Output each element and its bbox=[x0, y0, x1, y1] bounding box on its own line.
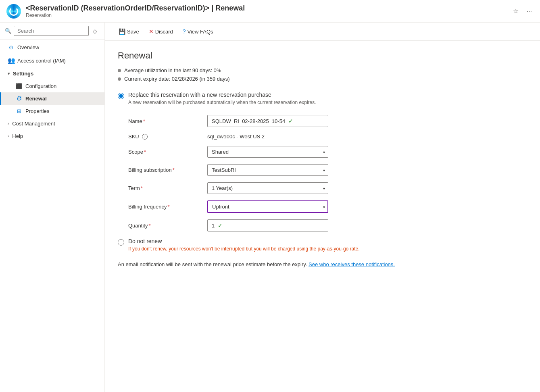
quantity-input-display[interactable]: 1 ✓ bbox=[207, 219, 328, 231]
save-icon: 💾 bbox=[119, 28, 125, 35]
sidebar-item-label: Access control (IAM) bbox=[17, 58, 66, 64]
billing-subscription-select[interactable]: TestSubRI bbox=[207, 164, 328, 176]
properties-icon: ⊞ bbox=[16, 108, 22, 114]
content-area: 💾 Save ✕ Discard ? View FAQs Renewal Ave… bbox=[105, 23, 540, 392]
page-title: Renewal bbox=[118, 50, 495, 61]
info-dot-1 bbox=[118, 69, 121, 72]
form-section: Replace this reservation with a new rese… bbox=[118, 92, 495, 267]
sidebar: 🔍 ◇ 《 ⊙ Overview 👥 Access control (IAM) … bbox=[0, 23, 105, 392]
billing-subscription-label: Billing subscription* bbox=[128, 167, 201, 173]
app-logo bbox=[6, 4, 21, 19]
sidebar-item-label: Help bbox=[12, 133, 23, 139]
sidebar-item-renewal[interactable]: ⏱ Renewal bbox=[0, 92, 104, 105]
top-header: <ReservationID (ReservationOrderID/Reser… bbox=[0, 0, 540, 23]
billing-frequency-select-wrapper: Upfront Monthly ▾ bbox=[207, 200, 328, 213]
billing-subscription-row: Billing subscription* TestSubRI ▾ bbox=[128, 164, 495, 176]
sku-info-icon[interactable]: i bbox=[142, 134, 148, 140]
utilization-info: Average utilization in the last 90 days:… bbox=[118, 67, 495, 73]
scope-select[interactable]: Shared Single subscription Single resour… bbox=[207, 146, 328, 158]
expiry-info: Current expiry date: 02/28/2026 (in 359 … bbox=[118, 76, 495, 82]
iam-icon: 👥 bbox=[8, 57, 14, 64]
toolbar: 💾 Save ✕ Discard ? View FAQs bbox=[105, 23, 540, 41]
email-notice-link[interactable]: See who receives these notifications. bbox=[309, 261, 395, 267]
sidebar-item-label: Renewal bbox=[25, 96, 47, 102]
billing-subscription-select-wrapper: TestSubRI ▾ bbox=[207, 164, 328, 176]
do-not-renew-radio-option: Do not renew If you don't renew, your re… bbox=[118, 238, 495, 252]
quantity-label: Quantity* bbox=[128, 223, 201, 229]
view-faqs-button[interactable]: ? View FAQs bbox=[179, 26, 217, 37]
billing-frequency-label: Billing frequency* bbox=[128, 204, 201, 210]
replace-radio-label: Replace this reservation with a new rese… bbox=[128, 92, 316, 98]
sku-value: sql_dw100c - West US 2 bbox=[207, 133, 265, 140]
name-label: Name* bbox=[128, 118, 201, 124]
quantity-check-icon: ✓ bbox=[218, 222, 223, 229]
utilization-text: Average utilization in the last 90 days:… bbox=[124, 67, 221, 73]
expiry-text: Current expiry date: 02/28/2026 (in 359 … bbox=[124, 76, 230, 82]
discard-icon: ✕ bbox=[149, 28, 154, 35]
scope-label: Scope* bbox=[128, 149, 201, 155]
header-actions: ☆ ··· bbox=[511, 6, 534, 17]
term-row: Term* 1 Year(s) 3 Year(s) ▾ bbox=[128, 182, 495, 194]
term-select-wrapper: 1 Year(s) 3 Year(s) ▾ bbox=[207, 182, 328, 194]
do-not-renew-radio-input[interactable] bbox=[118, 239, 124, 246]
scope-row: Scope* Shared Single subscription Single… bbox=[128, 146, 495, 158]
sidebar-item-label: Settings bbox=[13, 71, 33, 77]
sidebar-item-label: Properties bbox=[25, 108, 49, 114]
renewal-icon: ⏱ bbox=[16, 96, 22, 102]
page-subtitle: Reservation bbox=[26, 13, 511, 18]
billing-frequency-select[interactable]: Upfront Monthly bbox=[207, 200, 328, 213]
collapse-button[interactable]: 《 bbox=[101, 27, 105, 35]
replace-label-block: Replace this reservation with a new rese… bbox=[128, 92, 316, 105]
page-content: Renewal Average utilization in the last … bbox=[105, 41, 508, 277]
replace-radio-option: Replace this reservation with a new rese… bbox=[118, 92, 495, 105]
sidebar-nav: ⊙ Overview 👥 Access control (IAM) ▾ Sett… bbox=[0, 40, 104, 144]
form-fields: Name* SQLDW_RI_02-28-2025_10-54 ✓ SKU i bbox=[118, 115, 495, 238]
scope-select-wrapper: Shared Single subscription Single resour… bbox=[207, 146, 328, 158]
info-dot-2 bbox=[118, 77, 121, 81]
favorite-button[interactable]: ☆ bbox=[511, 6, 520, 17]
help-expand-icon: › bbox=[8, 134, 9, 138]
header-title-block: <ReservationID (ReservationOrderID/Reser… bbox=[26, 4, 511, 18]
replace-radio-input[interactable] bbox=[118, 93, 124, 99]
search-icon: 🔍 bbox=[5, 28, 11, 34]
sidebar-item-iam[interactable]: 👥 Access control (IAM) bbox=[0, 54, 104, 67]
sku-label: SKU i bbox=[128, 133, 201, 140]
sidebar-item-label: Overview bbox=[17, 44, 39, 50]
term-select[interactable]: 1 Year(s) 3 Year(s) bbox=[207, 182, 328, 194]
name-value: SQLDW_RI_02-28-2025_10-54 bbox=[212, 118, 285, 124]
sidebar-item-configuration[interactable]: ⬛ Configuration bbox=[0, 80, 104, 92]
overview-icon: ⊙ bbox=[8, 44, 14, 50]
sidebar-item-settings[interactable]: ▾ Settings bbox=[0, 67, 104, 80]
email-notice-text: An email notification will be sent with … bbox=[118, 261, 307, 267]
save-button[interactable]: 💾 Save bbox=[115, 26, 143, 37]
sidebar-item-label: Cost Management bbox=[12, 121, 55, 127]
quantity-row: Quantity* 1 ✓ bbox=[128, 219, 495, 231]
do-not-renew-radio-label: Do not renew bbox=[128, 238, 360, 244]
replace-radio-sublabel: A new reservation will be purchased auto… bbox=[128, 100, 316, 105]
sidebar-item-label: Configuration bbox=[25, 83, 56, 89]
search-input[interactable] bbox=[14, 26, 89, 36]
billing-frequency-row: Billing frequency* Upfront Monthly ▾ bbox=[128, 200, 495, 213]
term-label: Term* bbox=[128, 185, 201, 191]
do-not-renew-label-block: Do not renew If you don't renew, your re… bbox=[128, 238, 360, 252]
sidebar-item-help[interactable]: › Help bbox=[0, 130, 104, 142]
discard-button[interactable]: ✕ Discard bbox=[145, 26, 177, 37]
name-row: Name* SQLDW_RI_02-28-2025_10-54 ✓ bbox=[128, 115, 495, 127]
quantity-value: 1 bbox=[212, 223, 215, 229]
cost-expand-icon: › bbox=[8, 121, 9, 126]
email-notice: An email notification will be sent with … bbox=[118, 261, 495, 267]
sidebar-item-overview[interactable]: ⊙ Overview bbox=[0, 41, 104, 54]
sku-row: SKU i sql_dw100c - West US 2 bbox=[128, 133, 495, 140]
page-main-title: <ReservationID (ReservationOrderID/Reser… bbox=[26, 4, 511, 13]
do-not-renew-radio-sublabel: If you don't renew, your resources won't… bbox=[128, 246, 360, 252]
pin-button[interactable]: ◇ bbox=[91, 27, 99, 35]
sidebar-item-properties[interactable]: ⊞ Properties bbox=[0, 105, 104, 117]
configuration-icon: ⬛ bbox=[16, 83, 22, 89]
main-layout: 🔍 ◇ 《 ⊙ Overview 👥 Access control (IAM) … bbox=[0, 23, 540, 392]
sidebar-item-cost-management[interactable]: › Cost Management bbox=[0, 117, 104, 130]
faq-icon: ? bbox=[183, 28, 186, 35]
settings-expand-icon: ▾ bbox=[8, 71, 10, 76]
name-check-icon: ✓ bbox=[288, 118, 293, 124]
name-input-display[interactable]: SQLDW_RI_02-28-2025_10-54 ✓ bbox=[207, 115, 328, 127]
more-options-button[interactable]: ··· bbox=[525, 6, 534, 17]
